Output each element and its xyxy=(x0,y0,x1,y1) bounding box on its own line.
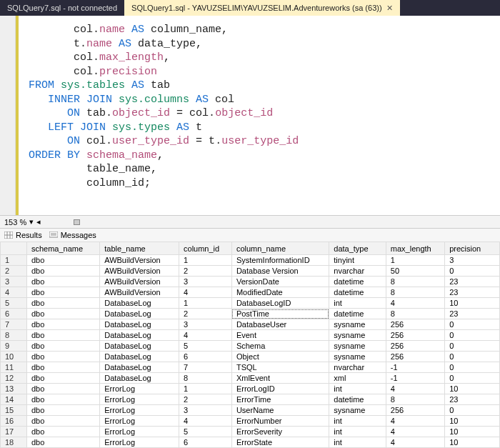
tab-messages[interactable]: Messages xyxy=(49,231,96,239)
cell[interactable]: ErrorLog xyxy=(100,405,179,416)
row-number[interactable]: 16 xyxy=(1,416,27,427)
cell[interactable]: Schema xyxy=(231,341,329,352)
column-header[interactable]: data_type xyxy=(329,242,386,255)
cell[interactable]: dbo xyxy=(26,330,99,341)
cell[interactable]: 23 xyxy=(445,287,500,298)
cell[interactable]: int xyxy=(329,416,386,427)
cell[interactable]: 4 xyxy=(179,416,232,427)
cell[interactable]: DatabaseLog xyxy=(100,373,179,384)
tab-sqlquery1[interactable]: SQLQuery1.sql - YAVUZSELIM\YAVUZSELIM.Ad… xyxy=(124,0,399,16)
row-number[interactable]: 9 xyxy=(1,341,27,352)
cell[interactable]: 3 xyxy=(179,277,232,287)
row-number[interactable]: 14 xyxy=(1,394,27,405)
table-row[interactable]: 14dboErrorLog2ErrorTimedatetime823 xyxy=(1,394,500,405)
cell[interactable]: DatabaseLog xyxy=(100,309,179,319)
results-grid[interactable]: schema_nametable_namecolumn_idcolumn_nam… xyxy=(0,242,500,448)
cell[interactable]: dbo xyxy=(26,298,99,309)
cell[interactable]: 0 xyxy=(445,373,500,384)
cell[interactable]: 4 xyxy=(386,427,444,437)
cell[interactable]: 4 xyxy=(386,384,444,394)
cell[interactable]: dbo xyxy=(26,266,99,277)
column-header[interactable]: column_id xyxy=(179,242,232,255)
cell[interactable]: dbo xyxy=(26,416,99,427)
zoom-dropdown-icon[interactable]: ▾ xyxy=(29,217,34,227)
cell[interactable]: Event xyxy=(231,330,329,341)
cell[interactable]: DatabaseLog xyxy=(100,341,179,352)
cell[interactable]: dbo xyxy=(26,287,99,298)
cell[interactable]: nvarchar xyxy=(329,362,386,373)
cell[interactable]: sysname xyxy=(329,405,386,416)
cell[interactable]: -1 xyxy=(386,362,444,373)
cell[interactable]: dbo xyxy=(26,427,99,437)
cell[interactable]: AWBuildVersion xyxy=(100,266,179,277)
cell[interactable]: 5 xyxy=(179,341,232,352)
cell[interactable]: 256 xyxy=(386,341,444,352)
cell[interactable]: dbo xyxy=(26,319,99,330)
row-number[interactable]: 18 xyxy=(1,437,27,448)
cell[interactable]: 8 xyxy=(386,287,444,298)
row-number[interactable]: 13 xyxy=(1,384,27,394)
table-row[interactable]: 15dboErrorLog3UserNamesysname2560 xyxy=(1,405,500,416)
close-icon[interactable]: ✕ xyxy=(386,4,393,13)
row-number[interactable]: 11 xyxy=(1,362,27,373)
cell[interactable]: sysname xyxy=(329,330,386,341)
cell[interactable]: ErrorState xyxy=(231,437,329,448)
cell[interactable]: 0 xyxy=(445,319,500,330)
scroll-left-icon[interactable]: ◂ xyxy=(36,217,41,227)
cell[interactable]: dbo xyxy=(26,384,99,394)
cell[interactable]: dbo xyxy=(26,277,99,287)
cell[interactable]: xml xyxy=(329,373,386,384)
row-number[interactable]: 17 xyxy=(1,427,27,437)
cell[interactable]: 0 xyxy=(445,330,500,341)
cell[interactable]: DatabaseLogID xyxy=(231,298,329,309)
table-row[interactable]: 7dboDatabaseLog3DatabaseUsersysname2560 xyxy=(1,319,500,330)
cell[interactable]: 2 xyxy=(179,394,232,405)
cell[interactable]: 8 xyxy=(386,277,444,287)
cell[interactable]: 0 xyxy=(445,362,500,373)
cell[interactable]: TSQL xyxy=(231,362,329,373)
cell[interactable]: int xyxy=(329,384,386,394)
cell[interactable]: DatabaseUser xyxy=(231,319,329,330)
cell[interactable]: ErrorLog xyxy=(100,384,179,394)
cell[interactable]: ErrorTime xyxy=(231,394,329,405)
cell[interactable]: datetime xyxy=(329,394,386,405)
cell[interactable]: DatabaseLog xyxy=(100,352,179,362)
cell[interactable]: 256 xyxy=(386,330,444,341)
cell[interactable]: XmlEvent xyxy=(231,373,329,384)
cell[interactable]: 1 xyxy=(386,255,444,266)
cell[interactable]: AWBuildVersion xyxy=(100,287,179,298)
cell[interactable]: datetime xyxy=(329,309,386,319)
row-number[interactable]: 7 xyxy=(1,319,27,330)
cell[interactable]: dbo xyxy=(26,437,99,448)
table-row[interactable]: 4dboAWBuildVersion4ModifiedDatedatetime8… xyxy=(1,287,500,298)
table-row[interactable]: 5dboDatabaseLog1DatabaseLogIDint410 xyxy=(1,298,500,309)
zoom-percent[interactable]: 153 % xyxy=(4,218,26,227)
cell[interactable]: dbo xyxy=(26,255,99,266)
cell[interactable]: int xyxy=(329,427,386,437)
cell[interactable]: dbo xyxy=(26,352,99,362)
cell[interactable]: -1 xyxy=(386,373,444,384)
cell[interactable]: dbo xyxy=(26,373,99,384)
table-row[interactable]: 3dboAWBuildVersion3VersionDatedatetime82… xyxy=(1,277,500,287)
table-row[interactable]: 9dboDatabaseLog5Schemasysname2560 xyxy=(1,341,500,352)
cell[interactable]: 23 xyxy=(445,309,500,319)
cell[interactable]: UserName xyxy=(231,405,329,416)
cell[interactable]: 0 xyxy=(445,266,500,277)
table-row[interactable]: 2dboAWBuildVersion2Database Versionnvarc… xyxy=(1,266,500,277)
horizontal-scrollbar[interactable] xyxy=(44,219,496,226)
row-number[interactable]: 1 xyxy=(1,255,27,266)
cell[interactable]: 0 xyxy=(445,352,500,362)
cell[interactable]: dbo xyxy=(26,309,99,319)
cell[interactable]: 3 xyxy=(445,255,500,266)
code-area[interactable]: col.name AS column_name, t.name AS data_… xyxy=(19,16,306,215)
cell[interactable]: ErrorLog xyxy=(100,427,179,437)
cell[interactable]: Object xyxy=(231,352,329,362)
tab-results[interactable]: Results xyxy=(4,231,42,239)
table-row[interactable]: 18dboErrorLog6ErrorStateint410 xyxy=(1,437,500,448)
cell[interactable]: dbo xyxy=(26,362,99,373)
row-number[interactable]: 6 xyxy=(1,309,27,319)
cell[interactable]: sysname xyxy=(329,341,386,352)
cell[interactable]: 4 xyxy=(386,416,444,427)
cell[interactable]: AWBuildVersion xyxy=(100,277,179,287)
row-number[interactable]: 15 xyxy=(1,405,27,416)
